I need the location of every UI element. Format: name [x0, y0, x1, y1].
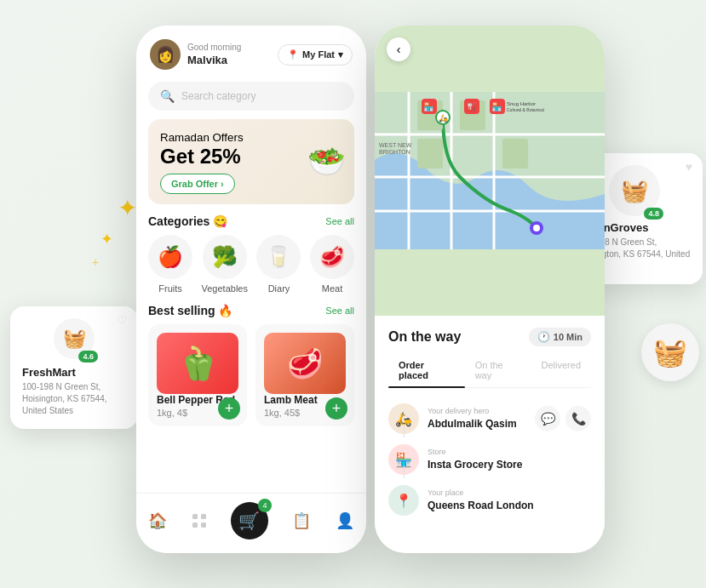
best-selling-see-all[interactable]: See all	[325, 305, 354, 316]
banner-food-decoration: 🥗	[307, 144, 346, 180]
freshmart-rating: 4.6	[78, 351, 98, 363]
progress-tabs: Order placed On the way Delivered	[388, 355, 591, 388]
search-bar[interactable]: 🔍 Search category	[148, 82, 354, 111]
svg-rect-2	[192, 522, 198, 528]
meat-icon-circle: 🥩	[310, 235, 354, 279]
greeting-text: Good morning	[187, 43, 241, 52]
svg-text:🏪: 🏪	[423, 101, 434, 112]
tracking-store: 🏪 Store Insta Grocery Store	[388, 439, 591, 480]
category-meat[interactable]: 🥩 Meat	[310, 235, 354, 294]
call-button[interactable]: 📞	[565, 406, 591, 431]
vegetables-label: Vegetables	[202, 283, 248, 294]
category-fruits[interactable]: 🍎 Fruits	[148, 235, 192, 294]
nav-home[interactable]: 🏠	[148, 511, 167, 530]
svg-rect-13	[502, 139, 528, 168]
products-row: 🫑 Bell Pepper Red 1kg, 4$ + 🥩 Lamb Meat …	[136, 324, 366, 435]
header-greeting: Good morning Malvika	[187, 43, 241, 67]
search-placeholder: Search category	[181, 90, 255, 102]
svg-rect-14	[417, 139, 443, 168]
store-card-freshmart[interactable]: 🧺 4.6 ♡ FreshMart 100-198 N Green St, Ho…	[10, 306, 138, 429]
grab-offer-button[interactable]: Grab Offer ›	[160, 174, 235, 194]
tracking-place: 📍 Your place Queens Road London	[388, 480, 591, 521]
chat-button[interactable]: 💬	[535, 406, 560, 431]
place-info: Your place Queens Road London	[428, 488, 534, 512]
grid-icon	[192, 513, 207, 528]
cart-center-button[interactable]: 🛒 4	[231, 502, 268, 539]
dropdown-arrow-icon: ▾	[338, 49, 343, 60]
freshmart-heart-icon[interactable]: ♡	[117, 313, 128, 327]
time-badge: 🕐 10 Min	[529, 328, 591, 346]
avatar: 👩	[150, 39, 181, 70]
banner-content: Ramadan Offers Get 25% Grab Offer ›	[160, 129, 244, 194]
delivery-hero-name: Abdulmalik Qasim	[428, 418, 517, 430]
bottom-nav: 🏠 🛒 4 📋 👤	[136, 493, 366, 553]
categories-see-all[interactable]: See all	[325, 216, 354, 226]
ontheway-title: On the way	[388, 329, 461, 345]
greengroves-icon: 🧺 4.8	[609, 165, 660, 216]
banner-headline: Get 25%	[160, 145, 244, 168]
svg-text:WEST NEW: WEST NEW	[379, 142, 412, 148]
location-pill[interactable]: 📍 My Flat ▾	[278, 44, 353, 66]
categories-title: Categories 😋	[148, 214, 227, 228]
fruits-label: Fruits	[158, 283, 182, 294]
map-svg: WEST NEW BRIGHTON 🛵 🏪 ⛽ 🏪 Snug Harbor Cu…	[375, 26, 605, 316]
svg-rect-1	[201, 514, 206, 519]
diary-label: Diary	[268, 283, 290, 294]
banner-label: Ramadan Offers	[160, 131, 244, 144]
tab-on-the-way[interactable]: On the way	[465, 355, 531, 387]
bell-pepper-image: 🫑	[157, 333, 238, 394]
tab-order-placed[interactable]: Order placed	[388, 355, 465, 387]
svg-text:🏪: 🏪	[491, 101, 502, 112]
categories-header: Categories 😋 See all	[136, 214, 366, 235]
delivery-hero-role: Your delivery hero	[428, 407, 517, 415]
username-text: Malvika	[187, 54, 227, 66]
scene: ✦ ✦ + 🧺 4.6 ♡ FreshMart 100-198 N Green …	[0, 0, 706, 588]
location-pin-icon: 📍	[287, 49, 299, 60]
svg-text:🛵: 🛵	[439, 113, 449, 123]
lamb-meat-add-button[interactable]: +	[325, 397, 347, 420]
star-decoration-small: ✦	[100, 230, 113, 248]
best-selling-title: Best selling 🔥	[148, 304, 232, 317]
star-decoration-tiny: +	[92, 255, 99, 269]
floating-basket-card: 🧺	[641, 323, 699, 381]
app-header: 👩 Good morning Malvika 📍 My Flat ▾	[136, 26, 366, 78]
time-value: 10 Min	[554, 332, 583, 342]
promo-banner: Ramadan Offers Get 25% Grab Offer › 🥗	[148, 119, 354, 204]
nav-grid[interactable]	[192, 513, 207, 528]
svg-text:⛽: ⛽	[466, 101, 477, 112]
nav-profile[interactable]: 👤	[336, 511, 354, 530]
delivery-hero-avatar: 🛵	[388, 403, 419, 434]
categories-row: 🍎 Fruits 🥦 Vegetables 🥛 Diary 🥩 Meat	[136, 235, 366, 304]
bell-pepper-add-button[interactable]: +	[218, 397, 240, 420]
svg-text:Cultural & Botanical: Cultural & Botanical	[507, 107, 544, 112]
svg-rect-3	[201, 522, 206, 528]
product-lamb-meat[interactable]: 🥩 Lamb Meat 1kg, 45$ +	[255, 324, 354, 426]
store-info: Store Insta Grocery Store	[428, 448, 522, 471]
nav-cart-center[interactable]: 🛒 4	[231, 502, 268, 539]
category-vegetables[interactable]: 🥦 Vegetables	[202, 235, 248, 294]
basket-icon: 🧺	[653, 336, 687, 368]
phone-grocery: 👩 Good morning Malvika 📍 My Flat ▾ 🔍 Sea…	[136, 26, 366, 553]
map-back-button[interactable]: ‹	[387, 37, 410, 61]
best-selling-header: Best selling 🔥 See all	[136, 304, 366, 324]
header-user: 👩 Good morning Malvika	[150, 39, 241, 70]
category-diary[interactable]: 🥛 Diary	[256, 235, 301, 294]
cart-badge: 4	[258, 499, 272, 512]
search-icon: 🔍	[160, 89, 175, 103]
nav-orders[interactable]: 📋	[292, 511, 311, 530]
svg-rect-0	[192, 514, 198, 519]
place-name: Queens Road London	[428, 500, 534, 511]
star-decoration-big: ✦	[118, 194, 137, 222]
freshmart-name: FreshMart	[22, 366, 126, 379]
store-avatar: 🏪	[388, 444, 419, 475]
diary-icon-circle: 🥛	[256, 235, 301, 279]
phone-tracking: WEST NEW BRIGHTON 🛵 🏪 ⛽ 🏪 Snug Harbor Cu…	[375, 26, 605, 553]
greengroves-heart-icon[interactable]: ♥	[686, 160, 692, 174]
place-avatar: 📍	[388, 485, 419, 516]
product-bell-pepper[interactable]: 🫑 Bell Pepper Red 1kg, 4$ +	[148, 324, 247, 426]
ontheway-panel: On the way 🕐 10 Min Order placed On the …	[375, 316, 605, 528]
svg-text:Snug Harbor: Snug Harbor	[507, 101, 536, 106]
store-role: Store	[428, 448, 522, 456]
tab-delivered[interactable]: Delivered	[531, 355, 591, 387]
fruits-icon-circle: 🍎	[148, 235, 192, 279]
